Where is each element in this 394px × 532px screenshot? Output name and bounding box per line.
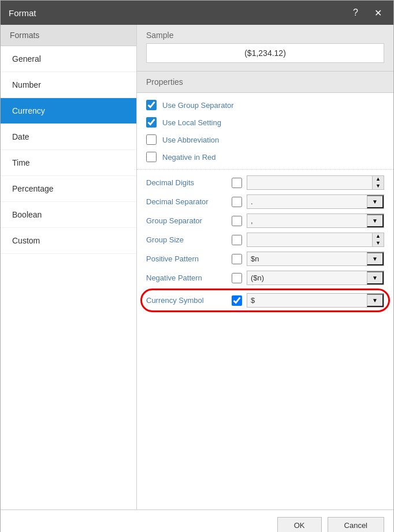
format-item-boolean[interactable]: Boolean	[1, 202, 136, 228]
group-size-label: Group Size	[146, 235, 227, 244]
decimal-separator-value: .	[247, 195, 367, 208]
decimal-separator-dropdown-btn[interactable]: ▼	[367, 195, 384, 208]
format-item-percentage[interactable]: Percentage	[1, 176, 136, 202]
sample-label: Sample	[146, 31, 384, 40]
currency-symbol-dropdown: $ ▼	[247, 293, 384, 308]
currency-symbol-checkbox[interactable]	[232, 295, 242, 306]
checkbox-row-negative-red: Negative in Red	[146, 152, 384, 162]
group-separator-dropdown-btn[interactable]: ▼	[367, 214, 384, 227]
format-item-currency[interactable]: Currency	[1, 98, 136, 124]
title-bar: Format ? ✕	[1, 1, 393, 25]
use-group-separator-checkbox[interactable]	[146, 100, 157, 110]
group-size-checkbox[interactable]	[232, 235, 242, 245]
negative-pattern-checkbox[interactable]	[232, 273, 242, 283]
group-size-down[interactable]: ▼	[373, 240, 384, 247]
field-rows: Decimal Digits ▲ ▼ Decimal Separator	[137, 170, 393, 321]
dialog-footer: OK Cancel	[1, 509, 393, 532]
checkbox-row-group-separator: Use Group Separator	[146, 100, 384, 110]
negative-pattern-label: Negative Pattern	[146, 274, 227, 282]
ok-button[interactable]: OK	[277, 517, 322, 532]
format-dialog: Format ? ✕ Formats General Number Curren…	[0, 0, 394, 532]
currency-symbol-value: $	[247, 294, 367, 307]
negative-pattern-dropdown: ($n) ▼	[247, 271, 384, 285]
use-group-separator-label: Use Group Separator	[162, 101, 234, 110]
negative-red-label: Negative in Red	[162, 153, 216, 162]
decimal-digits-spinner: ▲ ▼	[372, 176, 384, 189]
format-item-general[interactable]: General	[1, 46, 136, 72]
field-row-decimal-digits: Decimal Digits ▲ ▼	[146, 175, 384, 190]
currency-symbol-dropdown-btn[interactable]: ▼	[367, 294, 384, 307]
left-panel: Formats General Number Currency Date Tim…	[1, 25, 137, 509]
currency-symbol-label: Currency Symbol	[146, 296, 227, 305]
cancel-button[interactable]: Cancel	[328, 517, 384, 532]
group-separator-dropdown: , ▼	[247, 213, 384, 228]
dialog-body: Formats General Number Currency Date Tim…	[1, 25, 393, 509]
decimal-separator-label: Decimal Separator	[146, 197, 227, 206]
positive-pattern-checkbox[interactable]	[232, 254, 242, 264]
sample-section: Sample ($1,234.12)	[137, 25, 393, 72]
dialog-title: Format	[9, 8, 36, 18]
field-row-currency-symbol: Currency Symbol $ ▼	[146, 293, 384, 308]
right-panel: Sample ($1,234.12) Properties Use Group …	[137, 25, 393, 509]
decimal-digits-label: Decimal Digits	[146, 178, 227, 187]
group-separator-label: Group Separator	[146, 216, 227, 225]
positive-pattern-label: Positive Pattern	[146, 254, 227, 263]
positive-pattern-dropdown-btn[interactable]: ▼	[367, 252, 384, 265]
checkbox-row-abbreviation: Use Abbreviation	[146, 134, 384, 145]
field-row-group-separator: Group Separator , ▼	[146, 213, 384, 228]
group-size-spinner: ▲ ▼	[372, 233, 384, 246]
use-abbreviation-label: Use Abbreviation	[162, 136, 219, 144]
field-row-decimal-separator: Decimal Separator . ▼	[146, 194, 384, 209]
group-size-input-wrap: ▲ ▼	[247, 233, 384, 247]
field-row-negative-pattern: Negative Pattern ($n) ▼	[146, 271, 384, 285]
format-item-time[interactable]: Time	[1, 150, 136, 176]
format-item-custom[interactable]: Custom	[1, 228, 136, 254]
properties-section: Properties Use Group Separator Use Local…	[137, 72, 393, 509]
format-item-number[interactable]: Number	[1, 72, 136, 98]
format-item-date[interactable]: Date	[1, 124, 136, 150]
negative-pattern-value: ($n)	[247, 271, 367, 284]
group-separator-checkbox[interactable]	[232, 216, 242, 226]
group-separator-value: ,	[247, 214, 367, 227]
negative-pattern-dropdown-btn[interactable]: ▼	[367, 271, 384, 284]
field-row-group-size: Group Size ▲ ▼	[146, 233, 384, 247]
properties-header: Properties	[137, 72, 393, 93]
negative-red-checkbox[interactable]	[146, 152, 157, 162]
field-row-positive-pattern: Positive Pattern $n ▼	[146, 252, 384, 266]
group-size-up[interactable]: ▲	[373, 233, 384, 240]
sample-value: ($1,234.12)	[146, 43, 384, 63]
use-abbreviation-checkbox[interactable]	[146, 134, 157, 145]
title-bar-controls: ? ✕	[350, 6, 385, 20]
decimal-digits-input[interactable]	[247, 176, 372, 189]
decimal-digits-up[interactable]: ▲	[373, 176, 384, 183]
checkbox-row-local-setting: Use Local Setting	[146, 117, 384, 128]
decimal-digits-checkbox[interactable]	[232, 178, 242, 188]
group-size-input[interactable]	[247, 233, 372, 246]
formats-header: Formats	[1, 25, 136, 46]
use-local-setting-label: Use Local Setting	[162, 118, 221, 127]
decimal-separator-dropdown: . ▼	[247, 194, 384, 209]
positive-pattern-value: $n	[247, 252, 367, 265]
decimal-digits-down[interactable]: ▼	[373, 183, 384, 190]
close-button[interactable]: ✕	[371, 6, 385, 20]
help-button[interactable]: ?	[350, 6, 362, 19]
decimal-digits-input-wrap: ▲ ▼	[247, 175, 384, 190]
decimal-separator-checkbox[interactable]	[232, 197, 242, 207]
use-local-setting-checkbox[interactable]	[146, 117, 157, 128]
positive-pattern-dropdown: $n ▼	[247, 252, 384, 266]
checkboxes-group: Use Group Separator Use Local Setting Us…	[137, 93, 393, 170]
